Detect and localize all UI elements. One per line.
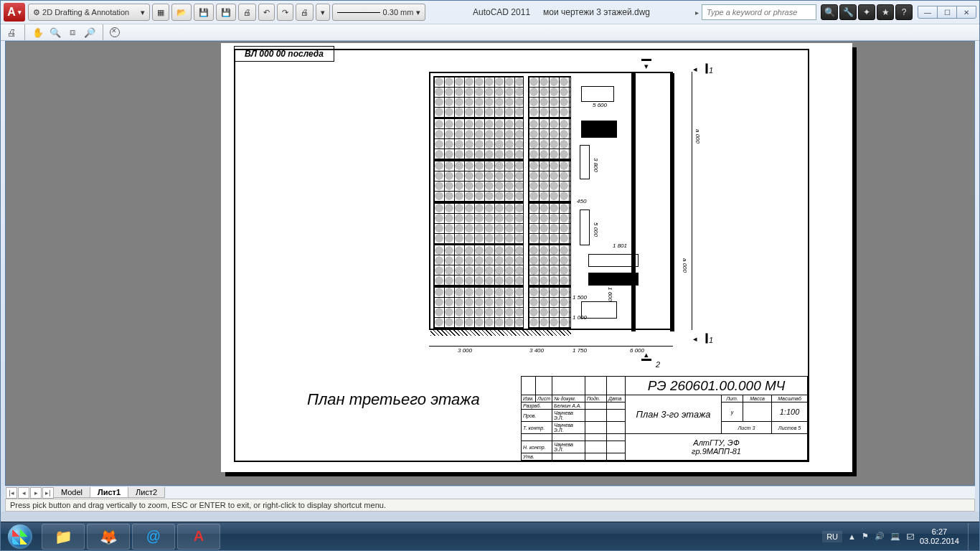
dim-right-mid: a 000 [682, 258, 688, 273]
drawing-viewport[interactable]: ВЛ 000 00 последа План третьего этажа [5, 41, 975, 486]
search-icon[interactable]: 🔍 [821, 4, 838, 20]
dim-right-total: a 000 [694, 129, 701, 143]
tray-volume-icon[interactable]: 🔊 [875, 532, 885, 541]
show-desktop-button[interactable] [968, 523, 975, 550]
taskbar-autocad[interactable]: A [177, 524, 220, 550]
search-input[interactable] [702, 4, 816, 20]
qat-open[interactable]: 📂 [171, 4, 192, 21]
tb-prov-n: Чаунева Э.Л. [552, 410, 585, 422]
infocenter: ▸ 🔍 🔧 ✦ ★ ? [695, 4, 913, 20]
tray-power-icon[interactable]: 🗠 [906, 532, 914, 541]
close-button[interactable]: ✕ [956, 6, 976, 19]
workspace-dropdown[interactable]: ⚙ 2D Drafting & Annotation▾ [28, 4, 150, 21]
tab-first[interactable]: |◂ [6, 487, 17, 499]
section-arrow-2-top: ▾ [644, 62, 649, 71]
tb-h-izm: Изм. [522, 395, 536, 402]
taskbar-firefox[interactable]: 🦊 [87, 524, 130, 550]
pan-icon[interactable]: ✋ [32, 26, 44, 39]
maximize-button[interactable]: ☐ [937, 6, 957, 19]
tb-lit-h: Лит. [722, 395, 743, 402]
equipment-2 [581, 121, 617, 138]
section-label-2: 2 [656, 360, 660, 369]
qat-plot[interactable]: 🖨 [238, 4, 256, 21]
system-tray: RU ▲ ⚑ 🔊 💻 🗠 6:27 03.02.2014 [822, 523, 979, 550]
dim-int-3800: 3 800 [593, 158, 599, 172]
command-line[interactable]: Press pick button and drag vertically to… [5, 499, 975, 512]
dim-int-1000: 1 000 [573, 314, 587, 321]
tray-time: 6:27 [920, 527, 959, 536]
zoom-previous-icon[interactable]: 🔎 [83, 26, 96, 39]
tb-sheets: Листов 5 [772, 422, 808, 434]
tb-prov: Пров. [522, 410, 552, 422]
tb-scale: 1:100 [772, 402, 808, 422]
workspace-label: 2D Drafting & Annotation [42, 8, 129, 17]
plot-preview-icon[interactable]: 🖨 [5, 26, 18, 39]
favorite-icon[interactable]: ★ [877, 4, 894, 20]
language-indicator[interactable]: RU [822, 531, 842, 542]
tab-last[interactable]: ▸| [42, 487, 54, 499]
qat-more[interactable]: ▾ [316, 4, 330, 21]
dim-bottom-line [429, 346, 673, 347]
dim-int-1500: 1 500 [573, 294, 587, 301]
exchange-icon[interactable]: ✦ [858, 4, 875, 20]
qat-save[interactable]: 💾 [194, 4, 214, 21]
close-preview-icon[interactable] [110, 27, 120, 37]
status-strip [1, 512, 979, 522]
start-button[interactable] [1, 522, 39, 551]
section-mark-2-top [641, 59, 651, 61]
taskbar-mail[interactable]: @ [132, 524, 175, 550]
qat-undo[interactable]: ↶ [258, 4, 275, 21]
qat-new[interactable]: ▦ [152, 4, 169, 21]
view-toolbar: 🖨 ✋ 🔍 ⧈ 🔎 [1, 24, 979, 41]
lineweight-dropdown[interactable]: 0.30 mm▾ [332, 4, 425, 21]
qat-saveas[interactable]: 💾 [216, 4, 236, 21]
tb-h-podp: Подп. [585, 395, 606, 402]
tb-sheet: Лист 3 [722, 422, 772, 434]
section-label-1a: 1 [709, 66, 713, 75]
taskbar-explorer[interactable]: 📁 [42, 524, 85, 550]
qat-redo[interactable]: ↷ [277, 4, 293, 21]
floor-plan: 3 000 3 400 1 750 6 000 a 000 a 000 5 60… [429, 72, 738, 366]
tb-mass-h: Масса [743, 395, 772, 402]
section-arrow-1-top: ◂ [693, 65, 697, 74]
tab-sheet1[interactable]: Лист1 [90, 487, 128, 498]
tb-utv: Утв. [522, 453, 552, 461]
tb-scale-h: Масштаб [772, 395, 808, 402]
tab-prev[interactable]: ◂ [18, 487, 29, 499]
tab-model[interactable]: Model [53, 487, 90, 498]
qat-print[interactable]: 🖨 [296, 4, 314, 21]
dim-int-5000: 5 000 [593, 222, 599, 237]
subscription-icon[interactable]: 🔧 [839, 4, 857, 20]
equipment-6 [588, 273, 639, 286]
lineweight-value: 0.30 mm [383, 8, 414, 17]
infocenter-toggle-icon[interactable]: ▸ [695, 9, 699, 17]
zoom-window-icon[interactable]: ⧈ [66, 26, 79, 39]
tb-tkontr-n: Чаунева Э.Л. [552, 422, 585, 434]
help-icon[interactable]: ? [895, 4, 913, 20]
tb-nkontr-n: Чаунева Э.Л. [552, 441, 585, 453]
windows-orb-icon [8, 524, 32, 549]
app-menu-button[interactable]: A▾ [4, 3, 25, 22]
dim-int-450: 450 [577, 198, 586, 204]
zoom-icon[interactable]: 🔍 [49, 26, 62, 39]
equipment-3 [580, 145, 590, 179]
equipment-1 [581, 86, 614, 102]
app-name: AutoCAD 2011 [473, 7, 530, 17]
tray-clock[interactable]: 6:27 03.02.2014 [920, 527, 959, 545]
drawing-code: РЭ 260601.00.000 МЧ [625, 377, 807, 395]
tray-network-icon[interactable]: 💻 [890, 532, 900, 541]
windows-taskbar: 📁 🦊 @ A RU ▲ ⚑ 🔊 💻 🗠 6:27 03.02.2014 [1, 522, 979, 550]
tab-sheet2[interactable]: Лист2 [128, 487, 165, 498]
tray-action-center-icon[interactable]: ⚑ [862, 532, 869, 541]
tray-flag-icon[interactable]: ▲ [848, 532, 856, 541]
minimize-button[interactable]: — [918, 6, 938, 19]
dim-bottom-c: 1 750 [573, 347, 587, 354]
title-bar: A▾ ⚙ 2D Drafting & Annotation▾ ▦ 📂 💾 💾 🖨… [1, 1, 979, 24]
tb-h-ndoc: № докум. [552, 395, 585, 402]
dim-int-5600: 5 600 [593, 102, 607, 108]
tab-next[interactable]: ▸ [30, 487, 42, 499]
tb-org: АлтГТУ, ЭФгр.9МАПП-81 [625, 434, 807, 461]
document-name: мои чертежи 3 этажей.dwg [543, 7, 650, 17]
tb-nkontr: Н. контр. [522, 441, 552, 453]
equipment-4 [580, 209, 590, 245]
